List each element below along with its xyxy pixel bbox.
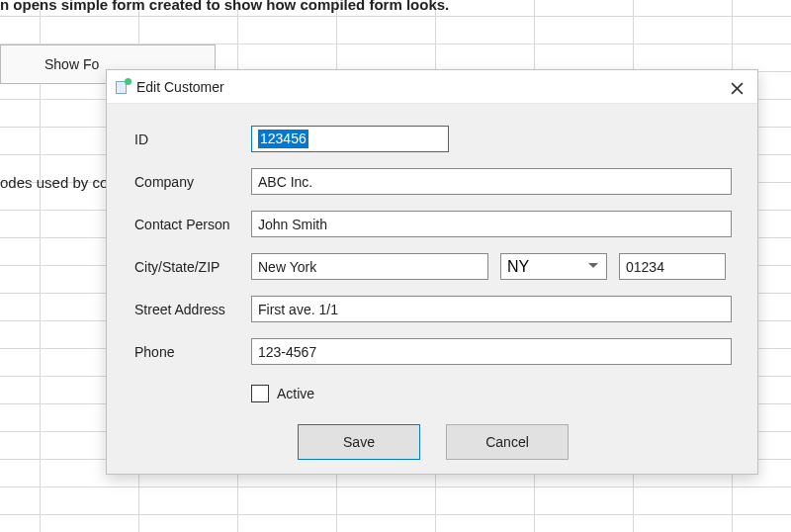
row-active: Active — [251, 385, 732, 402]
city-value: New York — [258, 259, 316, 275]
label-phone: Phone — [134, 344, 251, 360]
state-value: NY — [507, 258, 529, 276]
zip-input[interactable]: 01234 — [619, 253, 726, 280]
id-input[interactable]: 123456 — [251, 126, 449, 152]
description-text: n opens simple form created to show how … — [0, 0, 449, 13]
row-company: Company ABC Inc. — [134, 168, 732, 195]
close-icon — [731, 82, 744, 95]
label-street: Street Address — [134, 302, 251, 317]
edit-customer-dialog: Edit Customer ID 123456 Company ABC Inc.… — [106, 69, 758, 475]
street-input[interactable]: First ave. 1/1 — [251, 296, 732, 322]
label-csz: City/State/ZIP — [134, 259, 251, 275]
zip-value: 01234 — [626, 259, 664, 275]
company-value: ABC Inc. — [258, 174, 312, 190]
label-contact: Contact Person — [134, 217, 251, 232]
label-active: Active — [277, 386, 314, 401]
phone-value: 123-4567 — [258, 344, 316, 360]
company-input[interactable]: ABC Inc. — [251, 168, 732, 195]
active-checkbox[interactable] — [251, 385, 269, 402]
row-id: ID 123456 — [134, 126, 732, 152]
save-button[interactable]: Save — [298, 424, 420, 460]
city-input[interactable]: New York — [251, 253, 488, 280]
label-company: Company — [134, 174, 251, 190]
dialog-title: Edit Customer — [136, 79, 224, 95]
label-id: ID — [134, 132, 251, 147]
contact-value: John Smith — [258, 217, 327, 232]
street-value: First ave. 1/1 — [258, 302, 338, 317]
show-form-label: Show Fo — [44, 56, 99, 72]
row-phone: Phone 123-4567 — [134, 338, 732, 365]
dialog-buttons: Save Cancel — [134, 424, 732, 460]
contact-input[interactable]: John Smith — [251, 211, 732, 237]
row-street: Street Address First ave. 1/1 — [134, 296, 732, 322]
row-contact: Contact Person John Smith — [134, 211, 732, 237]
id-value: 123456 — [258, 130, 308, 148]
codes-text: odes used by co — [0, 174, 108, 191]
close-button[interactable] — [722, 76, 751, 100]
dialog-titlebar: Edit Customer — [107, 70, 757, 104]
phone-input[interactable]: 123-4567 — [251, 338, 732, 365]
row-city-state-zip: City/State/ZIP New York NY 01234 — [134, 253, 732, 280]
form-body: ID 123456 Company ABC Inc. Contact Perso… — [107, 104, 757, 472]
cancel-button[interactable]: Cancel — [446, 424, 569, 460]
dialog-icon — [115, 79, 131, 95]
state-select[interactable]: NY — [500, 253, 607, 280]
chevron-down-icon — [588, 263, 598, 268]
